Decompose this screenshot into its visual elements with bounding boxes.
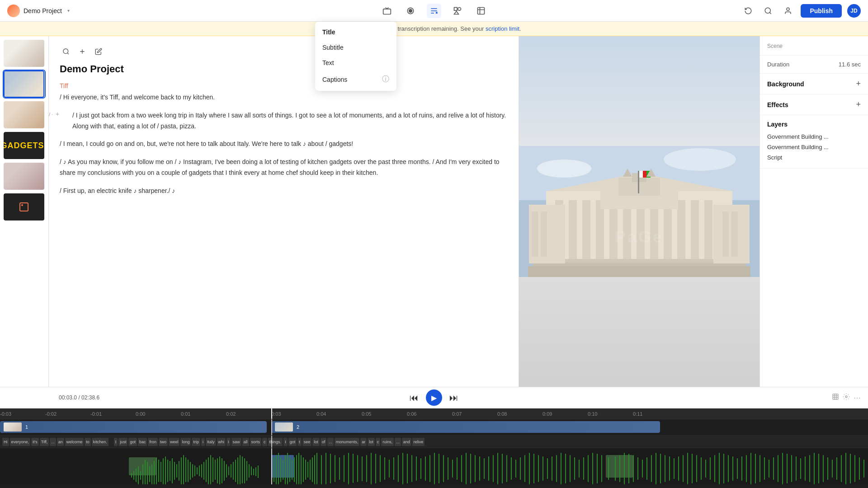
svg-rect-205 xyxy=(665,455,665,482)
svg-rect-201 xyxy=(646,457,647,480)
svg-rect-106 xyxy=(251,466,252,475)
templates-icon[interactable] xyxy=(474,4,488,18)
shapes-icon[interactable] xyxy=(450,4,465,18)
svg-rect-211 xyxy=(692,454,693,483)
svg-rect-116 xyxy=(287,453,288,484)
effects-add-button[interactable]: + xyxy=(856,100,861,109)
record-icon[interactable] xyxy=(403,4,418,18)
svg-rect-213 xyxy=(701,457,702,480)
svg-rect-45 xyxy=(541,211,547,257)
thumbnail-2[interactable] xyxy=(4,70,45,98)
transcript-add-button[interactable] xyxy=(76,45,89,58)
svg-rect-54 xyxy=(133,471,134,480)
skip-forward-button[interactable]: ⏭ xyxy=(449,393,458,403)
word-chip-30: see xyxy=(302,438,312,446)
thumbnail-1[interactable] xyxy=(4,40,45,67)
dropdown-item-text[interactable]: Text xyxy=(315,55,396,70)
svg-rect-89 xyxy=(212,457,213,482)
svg-rect-57 xyxy=(140,471,141,480)
dropdown-item-subtitle[interactable]: Subtitle xyxy=(315,40,396,55)
svg-rect-98 xyxy=(233,462,234,480)
user-icon[interactable] xyxy=(781,4,795,18)
word-chip-28: got xyxy=(288,438,297,446)
thumbnail-6[interactable] xyxy=(4,193,45,221)
transcript-para-4: / ♪ As you may know, if you follow me on… xyxy=(60,157,508,178)
publish-button[interactable]: Publish xyxy=(801,4,842,18)
svg-rect-155 xyxy=(434,453,435,484)
refresh-icon[interactable] xyxy=(741,4,755,18)
svg-rect-219 xyxy=(728,455,729,482)
more-options-button[interactable]: ⋯ xyxy=(854,394,861,402)
svg-rect-188 xyxy=(583,457,584,480)
svg-rect-133 xyxy=(335,455,335,482)
settings-button[interactable] xyxy=(843,393,850,402)
svg-point-7 xyxy=(765,8,771,13)
video-clip-1[interactable]: 1 xyxy=(0,421,267,433)
svg-rect-152 xyxy=(420,458,421,479)
svg-rect-90 xyxy=(215,460,216,480)
ruler-mark-5: 0:02 xyxy=(226,408,236,419)
layers-item-0[interactable]: Government Building ... xyxy=(767,131,861,142)
background-header: Background + xyxy=(767,79,861,89)
svg-rect-42 xyxy=(731,211,738,257)
text-icon[interactable] xyxy=(427,4,441,18)
para-text-4: / ♪ As you may know, if you follow me on… xyxy=(60,158,500,176)
para-add-button[interactable]: + xyxy=(54,111,61,118)
svg-rect-75 xyxy=(181,457,182,484)
word-chip-11: got xyxy=(128,438,137,446)
banner-link[interactable]: scription limit xyxy=(486,25,519,32)
playhead[interactable] xyxy=(271,408,272,419)
svg-rect-250 xyxy=(271,448,272,484)
avatar[interactable]: JD xyxy=(847,4,861,18)
svg-rect-165 xyxy=(479,456,480,481)
layers-item-2[interactable]: Script xyxy=(767,152,861,163)
camera-icon[interactable] xyxy=(380,4,394,18)
word-chip-12: bac xyxy=(138,438,147,446)
svg-rect-232 xyxy=(787,454,788,483)
svg-rect-239 xyxy=(818,454,819,483)
ruler-mark-13: 0:10 xyxy=(588,408,597,419)
svg-rect-93 xyxy=(222,458,222,483)
word-chip-22: saw xyxy=(231,438,241,446)
video-frame: PaGe xyxy=(519,36,760,387)
para-text-5: / First up, an electric knife ♪ sharpene… xyxy=(60,187,175,194)
svg-rect-225 xyxy=(755,454,756,483)
thumbnail-5[interactable] xyxy=(4,163,45,190)
background-label: Background xyxy=(767,80,804,88)
dropdown-item-title[interactable]: Title xyxy=(315,24,396,40)
layers-item-1[interactable]: Government Building ... xyxy=(767,142,861,152)
top-center-toolbar xyxy=(380,4,488,18)
dropdown-item-captions[interactable]: Captions ⓘ xyxy=(315,70,396,88)
top-right-controls: Publish JD xyxy=(741,4,861,18)
svg-rect-87 xyxy=(208,457,209,484)
layers-header: Layers xyxy=(767,121,861,128)
background-add-button[interactable]: + xyxy=(856,79,861,89)
transcript-para-5: / First up, an electric knife ♪ sharpene… xyxy=(60,186,508,197)
project-dropdown-arrow[interactable]: ▾ xyxy=(67,8,70,13)
svg-rect-145 xyxy=(389,460,390,478)
clip-1-label: 1 xyxy=(25,424,28,430)
play-button[interactable]: ▶ xyxy=(426,389,442,406)
transcript-edit-button[interactable] xyxy=(92,45,105,58)
captions-info-icon[interactable]: ⓘ xyxy=(382,75,389,84)
thumbnail-3[interactable] xyxy=(4,101,45,128)
svg-rect-81 xyxy=(194,465,195,476)
svg-rect-48 xyxy=(833,394,838,399)
video-track-content: 1 2 xyxy=(0,419,868,435)
fit-button[interactable] xyxy=(832,393,839,402)
layers-label: Layers xyxy=(767,121,788,128)
project-name[interactable]: Demo Project xyxy=(24,7,62,14)
search-icon[interactable] xyxy=(761,4,775,18)
svg-rect-172 xyxy=(511,457,512,480)
svg-rect-154 xyxy=(429,455,430,482)
transcript-search-button[interactable] xyxy=(60,45,72,58)
svg-rect-122 xyxy=(301,455,302,484)
svg-rect-247 xyxy=(854,455,855,482)
svg-rect-175 xyxy=(524,455,525,482)
building-scene xyxy=(519,36,760,387)
video-clip-2[interactable]: 2 xyxy=(271,421,660,433)
skip-back-button[interactable]: ⏮ xyxy=(410,393,419,403)
svg-rect-83 xyxy=(199,465,200,476)
transcript-toolbar xyxy=(60,45,508,58)
thumbnail-4[interactable]: GADGETS! xyxy=(4,132,45,159)
